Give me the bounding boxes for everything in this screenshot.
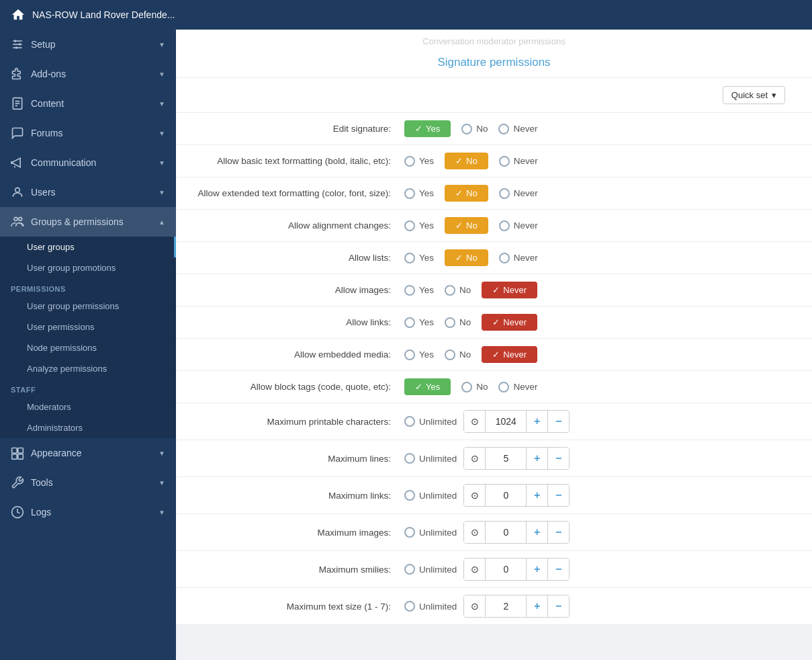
chevron-down-icon: ▼ xyxy=(159,41,165,48)
check-circle-icon: ✓ xyxy=(415,382,422,392)
quick-set-button[interactable]: Quick set ▾ xyxy=(723,86,785,104)
sidebar-item-content[interactable]: Content ▼ xyxy=(0,89,176,118)
num-minus-max-smilies[interactable]: − xyxy=(547,559,569,580)
btn-no-extended-text[interactable]: ✓ No xyxy=(445,185,488,202)
btn-yes-block-tags[interactable]: ✓ Yes xyxy=(404,378,451,395)
radio-no-edit-signature[interactable]: No xyxy=(461,124,488,134)
radio-no-embedded[interactable]: No xyxy=(445,349,471,360)
radio-unlimited-max-images[interactable]: Unlimited xyxy=(404,527,457,538)
num-minus-max-images[interactable]: − xyxy=(547,522,569,543)
radio-never-extended-text[interactable]: Never xyxy=(499,188,538,199)
num-plus-max-text-size[interactable]: + xyxy=(526,595,547,617)
perm-options-embedded-media: Yes No ✓ Never xyxy=(404,346,537,363)
radio-no-links[interactable]: No xyxy=(445,317,471,328)
permissions-card: Conversation moderator permissions Signa… xyxy=(176,30,812,625)
radio-circle-never xyxy=(498,382,509,393)
submenu-item-analyze-permissions[interactable]: Analyze permissions xyxy=(0,358,176,379)
radio-never-basic-text[interactable]: Never xyxy=(499,156,538,167)
num-input-group-max-lines: ⊙ + − xyxy=(463,447,570,470)
perm-options-lists: Yes ✓ No Never xyxy=(404,249,538,266)
num-field-max-text-size[interactable] xyxy=(486,595,526,617)
document-icon xyxy=(11,97,24,110)
radio-yes-basic-text[interactable]: Yes xyxy=(404,156,434,167)
num-row-max-text-size: Maximum text size (1 - 7): Unlimited ⊙ +… xyxy=(176,588,812,625)
btn-no-lists[interactable]: ✓ No xyxy=(445,249,488,266)
num-plus-max-smilies[interactable]: + xyxy=(526,559,547,580)
num-field-max-smilies[interactable] xyxy=(486,559,526,580)
perm-options-alignment: Yes ✓ No Never xyxy=(404,217,538,234)
btn-never-images[interactable]: ✓ Never xyxy=(482,282,537,298)
sidebar-item-setup[interactable]: Setup ▼ xyxy=(0,30,176,59)
num-field-max-chars[interactable] xyxy=(486,411,526,432)
radio-never-alignment[interactable]: Never xyxy=(499,220,538,231)
num-plus-max-chars[interactable]: + xyxy=(526,411,547,432)
num-plus-max-links[interactable]: + xyxy=(526,485,547,506)
radio-yes-lists[interactable]: Yes xyxy=(404,253,434,263)
radio-circle-yes xyxy=(404,349,415,360)
submenu-item-user-permissions[interactable]: User permissions xyxy=(0,317,176,337)
perm-options-block-tags: ✓ Yes No Never xyxy=(404,378,538,395)
radio-no-block-tags[interactable]: No xyxy=(461,382,488,393)
radio-never-block-tags[interactable]: Never xyxy=(498,382,537,393)
btn-no-alignment[interactable]: ✓ No xyxy=(445,217,488,234)
radio-circle-no xyxy=(461,382,472,393)
num-check-icon-max-chars: ⊙ xyxy=(464,411,486,432)
btn-yes-edit-signature[interactable]: ✓ Yes xyxy=(404,120,451,137)
num-controls-max-lines: Unlimited ⊙ + − xyxy=(404,447,570,470)
quick-set-row: Quick set ▾ xyxy=(176,78,812,113)
submenu-item-administrators[interactable]: Administrators xyxy=(0,417,176,438)
sidebar-item-appearance[interactable]: Appearance ▼ xyxy=(0,438,176,468)
num-minus-max-lines[interactable]: − xyxy=(547,448,569,469)
submenu-item-node-permissions[interactable]: Node permissions xyxy=(0,337,176,358)
num-plus-max-lines[interactable]: + xyxy=(526,448,547,469)
perm-options-edit-signature: ✓ Yes No Never xyxy=(404,120,538,137)
submenu-item-user-group-permissions[interactable]: User group permissions xyxy=(0,296,176,317)
svg-point-3 xyxy=(14,40,16,42)
num-field-max-images[interactable] xyxy=(486,522,526,543)
submenu-item-user-group-promotions[interactable]: User group promotions xyxy=(0,257,176,278)
submenu-item-moderators[interactable]: Moderators xyxy=(0,397,176,417)
sidebar-item-groups[interactable]: Groups & permissions ▲ xyxy=(0,207,176,237)
radio-yes-images[interactable]: Yes xyxy=(404,285,434,296)
submenu-item-user-groups[interactable]: User groups xyxy=(0,237,176,257)
btn-never-embedded[interactable]: ✓ Never xyxy=(482,346,537,363)
person-icon xyxy=(11,185,24,199)
perm-label-lists: Allow lists: xyxy=(176,253,404,263)
radio-unlimited-max-text-size[interactable]: Unlimited xyxy=(404,601,457,612)
num-field-max-lines[interactable] xyxy=(486,448,526,469)
radio-unlimited-max-lines[interactable]: Unlimited xyxy=(404,453,457,464)
radio-unlimited-max-smilies[interactable]: Unlimited xyxy=(404,564,457,575)
num-check-icon-max-lines: ⊙ xyxy=(464,448,486,469)
sidebar-item-forums[interactable]: Forums ▼ xyxy=(0,118,176,148)
radio-yes-extended-text[interactable]: Yes xyxy=(404,188,434,199)
radio-no-images[interactable]: No xyxy=(445,285,471,296)
btn-no-basic-text[interactable]: ✓ No xyxy=(445,153,488,169)
radio-yes-alignment[interactable]: Yes xyxy=(404,220,434,231)
btn-never-links[interactable]: ✓ Never xyxy=(482,314,537,331)
radio-never-edit-signature[interactable]: Never xyxy=(498,124,537,134)
num-minus-max-text-size[interactable]: − xyxy=(547,595,569,617)
num-plus-max-images[interactable]: + xyxy=(526,522,547,543)
num-check-icon-max-text-size: ⊙ xyxy=(464,595,486,617)
radio-unlimited-max-links[interactable]: Unlimited xyxy=(404,490,457,501)
radio-yes-embedded[interactable]: Yes xyxy=(404,349,434,360)
radio-yes-links[interactable]: Yes xyxy=(404,317,434,328)
num-field-max-links[interactable] xyxy=(486,485,526,506)
radio-circle-unlimited xyxy=(404,490,415,501)
sidebar-item-tools[interactable]: Tools ▼ xyxy=(0,468,176,497)
num-minus-max-chars[interactable]: − xyxy=(547,411,569,432)
sidebar-label-content: Content xyxy=(31,98,64,109)
group-icon xyxy=(11,215,24,229)
sidebar-item-communication[interactable]: Communication ▼ xyxy=(0,148,176,177)
radio-circle-never xyxy=(499,220,510,231)
home-icon xyxy=(11,7,26,22)
check-circle-icon: ✓ xyxy=(492,349,500,360)
num-minus-max-links[interactable]: − xyxy=(547,485,569,506)
sidebar-item-logs[interactable]: Logs ▼ xyxy=(0,497,176,527)
num-input-group-max-text-size: ⊙ + − xyxy=(463,595,570,618)
wrench-icon xyxy=(11,476,24,489)
sidebar-item-users[interactable]: Users ▼ xyxy=(0,177,176,207)
sidebar-item-addons[interactable]: Add-ons ▼ xyxy=(0,59,176,89)
radio-never-lists[interactable]: Never xyxy=(499,253,538,263)
radio-unlimited-max-chars[interactable]: Unlimited xyxy=(404,416,457,427)
